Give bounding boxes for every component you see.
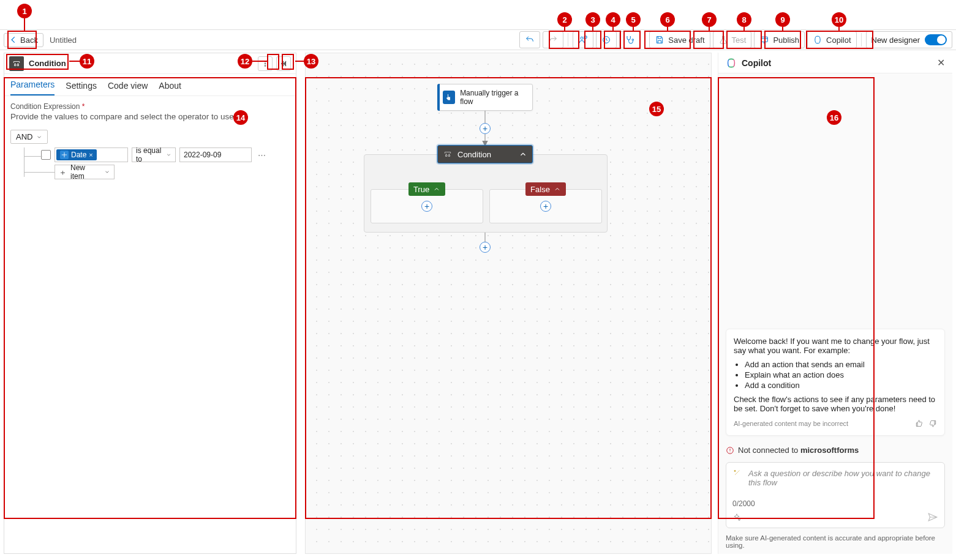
test-label: Test <box>732 35 747 45</box>
panel-body: Condition Expression * Provide the value… <box>4 96 296 185</box>
copilot-body: Welcome back! If you want me to change y… <box>718 73 952 554</box>
copilot-input[interactable]: Ask a question or describe how you want … <box>726 462 945 528</box>
panel-more-button[interactable] <box>258 56 273 71</box>
top-right-toolbar: Save draft Test Publish Copilot New desi… <box>519 31 952 48</box>
flask-icon <box>718 35 728 45</box>
tab-settings[interactable]: Settings <box>66 81 97 95</box>
save-draft-label: Save draft <box>668 35 704 45</box>
stethoscope-icon <box>625 35 634 45</box>
bullet-item: Add a condition <box>745 381 937 390</box>
false-tag[interactable]: False <box>525 182 566 196</box>
logic-group-dropdown[interactable]: AND <box>10 130 48 144</box>
true-tag[interactable]: True <box>408 182 445 196</box>
operand-left-field[interactable]: Date × <box>55 147 128 162</box>
undo-button[interactable] <box>519 31 540 48</box>
dynamic-token[interactable]: Date × <box>56 149 97 160</box>
sparkle-icon[interactable] <box>732 513 741 521</box>
ai-note: AI-generated content may be incorrect <box>734 420 848 427</box>
tab-about[interactable]: About <box>159 81 181 95</box>
arrow-left-icon <box>9 35 18 44</box>
flow-canvas[interactable]: Manually trigger a flow + True + False + <box>305 53 712 554</box>
send-icon[interactable] <box>927 512 938 523</box>
thumbs-up-icon[interactable] <box>915 419 924 428</box>
condition-container: True + False + <box>364 154 608 233</box>
redo-icon <box>548 35 558 45</box>
logic-group-label: AND <box>16 132 32 141</box>
add-action-true[interactable]: + <box>421 201 432 212</box>
version-history-button[interactable] <box>596 31 617 48</box>
panel-collapse-button[interactable] <box>276 56 291 71</box>
manual-trigger-icon <box>443 91 455 104</box>
trigger-node[interactable]: Manually trigger a flow <box>437 84 533 111</box>
publish-icon <box>759 35 769 45</box>
copilot-panel: Copilot ✕ Welcome back! If you want me t… <box>718 53 952 554</box>
error-icon <box>726 446 734 455</box>
condition-node-label: Condition <box>457 150 491 159</box>
copilot-icon <box>813 35 822 45</box>
token-remove[interactable]: × <box>89 151 92 159</box>
action-config-panel: Condition Parameters Settings Code view … <box>4 53 296 554</box>
condition-expression-label: Condition Expression * <box>10 102 290 111</box>
true-label: True <box>413 185 429 194</box>
copilot-title: Copilot <box>742 58 771 68</box>
top-bar: Back Untitled Save draft Test Publish <box>0 29 956 50</box>
operand-right-field[interactable]: 2022-09-09 <box>179 147 252 162</box>
publish-button[interactable]: Publish <box>754 31 805 48</box>
insert-step-button[interactable]: + <box>480 242 491 253</box>
bullet-item: Explain what an action does <box>745 370 937 379</box>
condition-icon <box>9 56 24 71</box>
feedback-button[interactable] <box>573 31 593 48</box>
undo-icon <box>525 35 535 45</box>
plus-icon: ＋ <box>59 168 67 176</box>
save-draft-button[interactable]: Save draft <box>649 31 710 48</box>
add-action-false[interactable]: + <box>540 201 551 212</box>
redo-button[interactable] <box>543 31 563 48</box>
copilot-button[interactable]: Copilot <box>807 31 856 48</box>
flow-title[interactable]: Untitled <box>50 35 77 45</box>
tab-code-view[interactable]: Code view <box>108 81 148 95</box>
new-item-label: New item <box>70 163 100 181</box>
panel-tabs: Parameters Settings Code view About <box>4 74 296 96</box>
svg-rect-3 <box>761 37 768 42</box>
copilot-welcome-card: Welcome back! If you want me to change y… <box>726 329 945 436</box>
copilot-close-button[interactable]: ✕ <box>937 57 945 69</box>
operator-label: is equal to <box>136 146 166 163</box>
copilot-label: Copilot <box>826 35 851 45</box>
char-count: 0/2000 <box>732 499 755 508</box>
welcome-text-a: Welcome back! If you want me to change y… <box>734 337 937 355</box>
svg-point-2 <box>632 39 634 41</box>
person-feedback-icon <box>578 35 588 45</box>
svg-point-0 <box>581 37 583 39</box>
copilot-disclaimer: Make sure AI-generated content is accura… <box>726 534 945 549</box>
history-icon <box>601 35 611 45</box>
insert-step-button[interactable]: + <box>480 123 491 134</box>
new-item-button[interactable]: ＋ New item <box>55 165 115 179</box>
panel-header: Condition <box>4 53 296 74</box>
back-label: Back <box>20 35 38 45</box>
tab-parameters[interactable]: Parameters <box>10 80 55 95</box>
copilot-input-placeholder: Ask a question or describe how you want … <box>748 469 938 490</box>
operator-dropdown[interactable]: is equal to <box>132 147 176 162</box>
trigger-label: Manually trigger a flow <box>460 89 527 106</box>
new-designer-toggle[interactable]: New designer <box>866 31 953 48</box>
flow-checker-button[interactable] <box>619 31 640 48</box>
chevron-down-icon <box>166 152 171 158</box>
panel-title: Condition <box>29 59 66 68</box>
row-more-button[interactable]: ⋯ <box>255 151 268 160</box>
new-designer-label: New designer <box>871 35 920 45</box>
condition-node[interactable]: Condition <box>437 145 533 163</box>
chevron-up-icon <box>554 185 561 193</box>
welcome-bullets: Add an action that sends an email Explai… <box>745 360 937 390</box>
token-icon <box>60 151 69 159</box>
row-checkbox[interactable] <box>41 150 51 160</box>
thumbs-down-icon[interactable] <box>928 419 937 428</box>
chevron-down-icon <box>36 134 42 140</box>
test-button[interactable]: Test <box>713 31 752 48</box>
true-branch[interactable]: True + <box>371 189 483 223</box>
token-label: Date <box>71 151 86 159</box>
back-button[interactable]: Back <box>4 33 43 47</box>
chevron-down-icon <box>104 169 110 175</box>
copilot-logo-icon <box>726 58 737 69</box>
false-branch[interactable]: False + <box>489 189 602 223</box>
false-label: False <box>530 185 550 194</box>
